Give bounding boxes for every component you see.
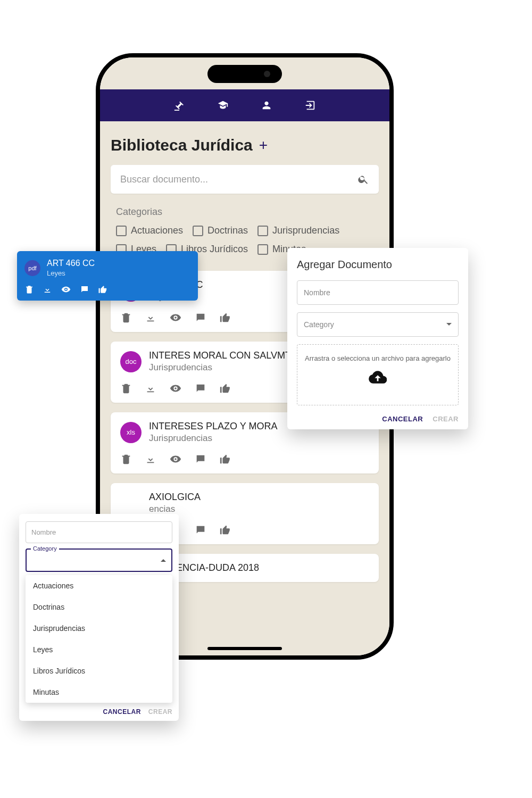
home-indicator: [207, 647, 282, 650]
category-checkbox[interactable]: Jurisprudencias: [257, 225, 339, 236]
person-icon[interactable]: [261, 99, 272, 111]
create-button[interactable]: CREAR: [433, 415, 459, 423]
dropzone-text: Arrastra o selecciona un archivo para ag…: [303, 354, 453, 362]
menu-item[interactable]: Libros Jurídicos: [26, 660, 172, 681]
download-icon[interactable]: [145, 312, 156, 323]
document-subtitle: Leyes: [47, 269, 95, 277]
category-label: Doctrinas: [207, 225, 248, 236]
create-button[interactable]: CREAR: [148, 708, 172, 716]
cancel-button[interactable]: CANCELAR: [103, 708, 140, 716]
chevron-down-icon: [446, 322, 452, 327]
search-input[interactable]: [120, 174, 358, 185]
like-icon[interactable]: [98, 285, 107, 294]
menu-item[interactable]: Doctrinas: [26, 596, 172, 618]
comment-icon[interactable]: [195, 312, 206, 323]
name-field[interactable]: Nombre: [297, 280, 459, 305]
menu-item[interactable]: Leyes: [26, 639, 172, 660]
download-icon[interactable]: [145, 383, 156, 394]
top-navbar: [100, 89, 389, 121]
chevron-up-icon: [161, 558, 166, 563]
view-icon[interactable]: [61, 285, 71, 294]
file-dropzone[interactable]: Arrastra o selecciona un archivo para ag…: [297, 344, 459, 405]
menu-item[interactable]: Jurisprudencias: [26, 618, 172, 639]
name-label: Nombre: [31, 528, 56, 536]
page-title: Biblioteca Jurídica +: [111, 136, 379, 154]
like-icon[interactable]: [219, 524, 231, 536]
view-icon[interactable]: [169, 383, 182, 394]
category-select-focused[interactable]: Category: [26, 548, 172, 572]
logout-icon[interactable]: [304, 99, 316, 111]
document-card-selected[interactable]: pdf ART 466 CC Leyes: [17, 251, 198, 301]
file-type-badge: doc: [120, 351, 142, 372]
document-title: ART 466 CC: [47, 259, 95, 268]
category-menu: Actuaciones Doctrinas Jurisprudencias Le…: [26, 575, 172, 703]
document-title: INTERES MORAL CON SALVMTO: [149, 350, 298, 361]
category-label: Category: [31, 545, 59, 552]
category-checkbox[interactable]: Actuaciones: [116, 225, 183, 236]
delete-icon[interactable]: [24, 285, 34, 294]
category-select[interactable]: Category: [297, 312, 459, 337]
document-title: AXIOLGICA: [149, 492, 201, 503]
comment-icon[interactable]: [195, 453, 206, 465]
category-label: Actuaciones: [131, 225, 183, 236]
category-checkbox[interactable]: Doctrinas: [193, 225, 248, 236]
like-icon[interactable]: [219, 453, 231, 465]
library-icon[interactable]: [217, 99, 229, 111]
add-document-button[interactable]: +: [259, 137, 268, 154]
view-icon[interactable]: [169, 453, 182, 465]
document-subtitle: encias: [149, 504, 201, 514]
document-subtitle: Jurisprudencias: [149, 362, 298, 373]
like-icon[interactable]: [219, 383, 231, 394]
like-icon[interactable]: [219, 312, 231, 323]
delete-icon[interactable]: [120, 383, 132, 394]
comment-icon[interactable]: [195, 383, 206, 394]
category-dropdown-dialog: Nombre Category Actuaciones Doctrinas Ju…: [19, 514, 179, 721]
menu-item[interactable]: Minutas: [26, 681, 172, 703]
comment-icon[interactable]: [195, 524, 206, 536]
gavel-icon[interactable]: [173, 99, 185, 111]
search-input-container[interactable]: [111, 165, 379, 194]
add-document-dialog: Agregar Documento Nombre Category Arrast…: [287, 248, 468, 429]
category-label: Category: [304, 320, 334, 329]
view-icon[interactable]: [169, 312, 182, 323]
upload-icon: [303, 370, 453, 384]
document-subtitle: Jurisprudencias: [149, 433, 277, 444]
delete-icon[interactable]: [120, 453, 132, 465]
name-field[interactable]: Nombre: [26, 521, 172, 543]
comment-icon[interactable]: [80, 285, 89, 294]
phone-notch: [207, 65, 282, 83]
cancel-button[interactable]: CANCELAR: [382, 415, 423, 423]
category-label: Jurisprudencias: [272, 225, 339, 236]
download-icon[interactable]: [43, 285, 52, 294]
dialog-title: Agregar Documento: [297, 259, 459, 271]
delete-icon[interactable]: [120, 312, 132, 323]
download-icon[interactable]: [145, 453, 156, 465]
categories-label: Categorias: [116, 206, 379, 218]
menu-item[interactable]: Actuaciones: [26, 575, 172, 596]
document-actions: [120, 453, 369, 465]
file-type-badge: xls: [120, 422, 142, 443]
document-title: INTERESES PLAZO Y MORA: [149, 421, 277, 432]
file-type-badge: pdf: [24, 260, 40, 276]
page-title-text: Biblioteca Jurídica: [111, 136, 253, 154]
name-label: Nombre: [304, 288, 330, 297]
search-icon[interactable]: [358, 173, 369, 185]
